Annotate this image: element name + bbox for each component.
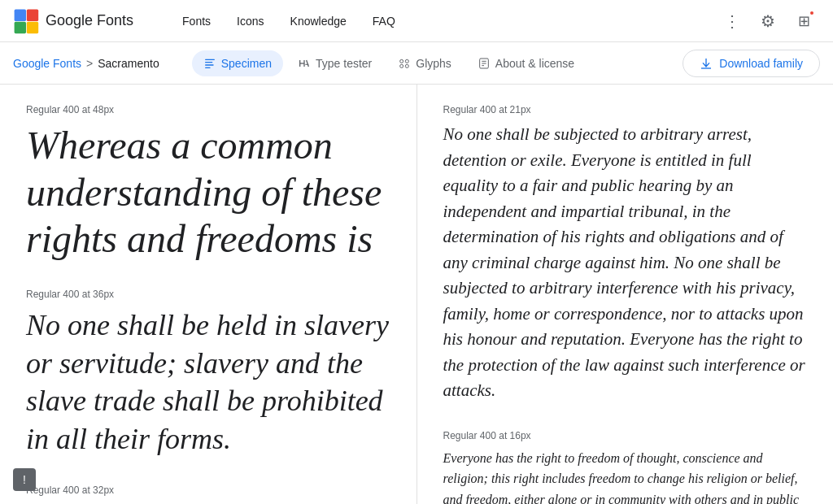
- sample-block-48: Regular 400 at 48px Whereas a common und…: [26, 104, 390, 263]
- main-content: Regular 400 at 48px Whereas a common und…: [0, 85, 833, 504]
- sample-label-21: Regular 400 at 21px: [443, 104, 808, 115]
- notification-dot: [809, 10, 815, 16]
- logo-link[interactable]: Google Fonts: [13, 8, 133, 34]
- tab-about[interactable]: About & license: [466, 50, 586, 76]
- svg-point-16: [406, 64, 409, 67]
- svg-rect-2: [15, 21, 26, 33]
- main-nav: Fonts Icons Knowledge FAQ: [172, 8, 405, 34]
- type-tester-icon: [298, 57, 311, 70]
- nav-knowledge[interactable]: Knowledge: [281, 8, 356, 34]
- svg-rect-4: [205, 59, 215, 59]
- svg-point-13: [400, 59, 403, 63]
- breadcrumb-parent[interactable]: Google Fonts: [13, 57, 81, 70]
- download-family-label: Download family: [719, 57, 803, 70]
- sample-block-36: Regular 400 at 36px No one shall be held…: [26, 289, 390, 458]
- bug-icon: !: [23, 473, 26, 486]
- sample-label-36: Regular 400 at 36px: [26, 289, 390, 300]
- left-column: Regular 400 at 48px Whereas a common und…: [0, 85, 417, 504]
- svg-rect-7: [205, 67, 211, 67]
- sample-text-36: No one shall be held in slavery or servi…: [26, 306, 390, 458]
- sample-block-21: Regular 400 at 21px No one shall be subj…: [443, 104, 808, 404]
- tab-type-tester[interactable]: Type tester: [286, 50, 383, 76]
- header-actions: ⋮ ⚙ ⊞: [716, 5, 820, 37]
- glyphs-icon: [398, 57, 411, 70]
- breadcrumb-current: Sacramento: [98, 57, 159, 70]
- tab-specimen[interactable]: Specimen: [192, 50, 283, 76]
- logo-text: Google Fonts: [46, 12, 133, 29]
- tab-glyphs-label: Glyphs: [416, 57, 451, 70]
- tab-glyphs[interactable]: Glyphs: [386, 50, 463, 76]
- breadcrumb-separator: >: [86, 57, 93, 70]
- svg-rect-5: [205, 62, 212, 63]
- google-logo-icon: [13, 8, 39, 34]
- sample-text-48: Whereas a common understanding of these …: [26, 122, 390, 263]
- more-vert-icon: ⋮: [724, 11, 740, 31]
- about-icon: [478, 57, 491, 70]
- svg-rect-1: [27, 9, 38, 20]
- nav-icons[interactable]: Icons: [227, 8, 273, 34]
- specimen-icon: [203, 57, 216, 70]
- tab-specimen-label: Specimen: [221, 57, 272, 70]
- tab-type-tester-label: Type tester: [316, 57, 372, 70]
- svg-rect-0: [15, 9, 26, 20]
- sample-text-21: No one shall be subjected to arbitrary a…: [443, 122, 808, 404]
- svg-rect-3: [27, 21, 38, 33]
- svg-point-14: [406, 59, 409, 63]
- grid-button[interactable]: ⊞: [787, 5, 820, 37]
- feedback-button[interactable]: !: [13, 468, 36, 491]
- sub-header: Google Fonts > Sacramento Specimen Type …: [0, 42, 833, 85]
- download-family-button[interactable]: Download family: [683, 50, 820, 77]
- right-column: Regular 400 at 21px No one shall be subj…: [417, 85, 834, 504]
- header: Google Fonts Fonts Icons Knowledge FAQ ⋮…: [0, 0, 833, 42]
- nav-faq[interactable]: FAQ: [363, 8, 405, 34]
- svg-point-15: [400, 64, 403, 67]
- more-vert-button[interactable]: ⋮: [716, 5, 748, 37]
- sample-text-16: Everyone has the right to freedom of tho…: [443, 448, 808, 505]
- svg-rect-6: [205, 64, 214, 65]
- sample-block-32: Regular 400 at 32px Everyone has the rig…: [26, 484, 390, 504]
- download-icon: [700, 57, 713, 70]
- settings-icon: ⚙: [761, 11, 775, 31]
- sample-label-48: Regular 400 at 48px: [26, 104, 390, 115]
- settings-button[interactable]: ⚙: [752, 5, 784, 37]
- sample-label-16: Regular 400 at 16px: [443, 430, 808, 441]
- sample-label-32: Regular 400 at 32px: [26, 484, 390, 496]
- nav-fonts[interactable]: Fonts: [172, 8, 220, 34]
- tab-group: Specimen Type tester Glyphs About & lice…: [192, 50, 586, 76]
- sample-block-16: Regular 400 at 16px Everyone has the rig…: [443, 430, 808, 505]
- grid-icon: ⊞: [798, 12, 810, 30]
- tab-about-label: About & license: [495, 57, 574, 70]
- svg-line-11: [307, 60, 309, 67]
- breadcrumb: Google Fonts > Sacramento: [13, 57, 159, 70]
